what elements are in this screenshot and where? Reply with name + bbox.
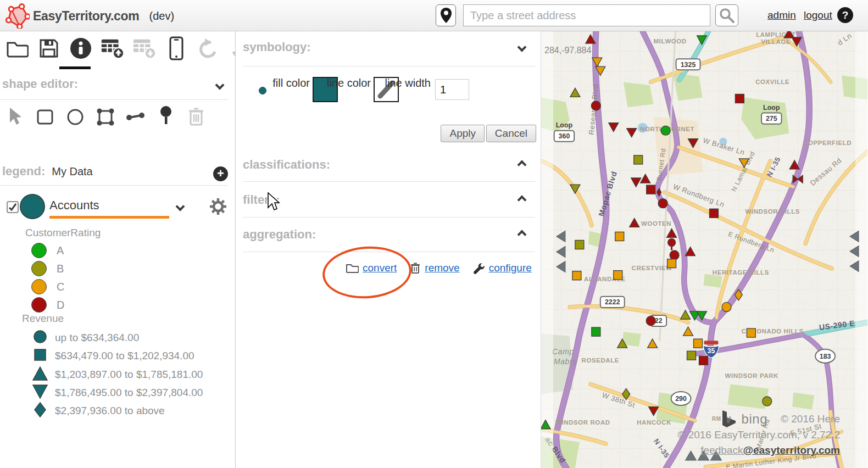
- revenue-range-label: $634,479.00 to $1,202,934.00: [55, 350, 194, 362]
- rating-item: D: [31, 297, 64, 313]
- feedback-label[interactable]: feedback: [700, 444, 743, 456]
- park-area: [624, 82, 654, 107]
- aggregation-actions: convert remove configu: [346, 262, 532, 274]
- layer-chevron-down-icon[interactable]: [176, 202, 185, 211]
- pin-tool-button[interactable]: [153, 103, 179, 130]
- delete-shape-button[interactable]: [183, 103, 209, 130]
- map-marker-ci[interactable]: [722, 302, 731, 311]
- route-shield-290: 290: [671, 392, 691, 405]
- select-tool-button[interactable]: [2, 103, 27, 130]
- layer-symbol: [20, 194, 45, 219]
- aggregation-chevron-up-icon[interactable]: [518, 230, 527, 239]
- feedback-link[interactable]: feedback@easyterritory.com: [700, 444, 840, 456]
- folder-icon: [5, 38, 29, 58]
- filters-chevron-up-icon[interactable]: [518, 196, 527, 205]
- logout-link[interactable]: logout: [804, 9, 832, 21]
- layer-name[interactable]: Accounts: [49, 198, 99, 213]
- map-label: COPPERFIELD: [803, 140, 852, 146]
- map-svg[interactable]: MILWOODLAMPLIGHTVILLAGEd LnCOXVILLECOPPE…: [541, 31, 867, 468]
- logo-icon: [4, 3, 30, 29]
- save-button[interactable]: [36, 36, 62, 61]
- open-folder-button[interactable]: [4, 36, 30, 61]
- export-table-button[interactable]: [132, 36, 157, 61]
- convert-link[interactable]: convert: [363, 262, 397, 274]
- help-button[interactable]: ?: [837, 7, 853, 23]
- bing-logo-icon: [722, 410, 736, 428]
- revenue-item: $2,397,936.00 to above: [32, 402, 165, 420]
- map-marker-sq[interactable]: [575, 240, 584, 249]
- mobile-view-button[interactable]: [164, 36, 189, 61]
- revenue-circle-symbol: [32, 328, 48, 347]
- rating-item: C: [31, 279, 64, 294]
- layer-settings-button[interactable]: [208, 196, 229, 219]
- rectangle-tool-button[interactable]: [32, 103, 58, 130]
- map-marker-sq[interactable]: [634, 155, 643, 164]
- legend-title: legend:: [2, 164, 45, 179]
- map-marker-sq[interactable]: [694, 339, 703, 348]
- line-width-input[interactable]: [435, 79, 469, 100]
- easyterritory-app: EasyTerritory.com (dev) admin logout ?: [0, 0, 868, 468]
- park-area: [792, 392, 814, 409]
- revenue-square-symbol: [32, 347, 48, 365]
- feedback-email[interactable]: @easyterritory.com: [743, 444, 840, 456]
- undo-button[interactable]: [196, 36, 221, 61]
- map-canvas[interactable]: MILWOODLAMPLIGHTVILLAGEd LnCOXVILLECOPPE…: [541, 31, 867, 468]
- layer-visibility-checkbox[interactable]: [7, 201, 19, 213]
- map-marker-ci[interactable]: [661, 126, 670, 135]
- pushpin-icon: [157, 104, 175, 129]
- map-marker-ci[interactable]: [670, 250, 679, 260]
- map-marker-sq[interactable]: [687, 351, 696, 360]
- map-marker-ci[interactable]: [591, 101, 600, 110]
- map-marker-ci[interactable]: [763, 397, 772, 406]
- map-marker-ci[interactable]: [658, 199, 667, 208]
- map-marker-pin[interactable]: [668, 238, 676, 246]
- cancel-button[interactable]: Cancel: [486, 125, 536, 142]
- map-edge-strip: [541, 31, 553, 468]
- configure-link[interactable]: configure: [489, 262, 532, 274]
- map-marker-sq[interactable]: [667, 259, 676, 268]
- map-marker-sq[interactable]: [699, 356, 708, 365]
- map-marker-sq[interactable]: [735, 94, 744, 103]
- map-label: WOOTEN: [641, 220, 671, 227]
- remove-action[interactable]: remove: [410, 262, 459, 274]
- svg-text:360: 360: [559, 132, 570, 140]
- line-tool-button[interactable]: [123, 103, 148, 130]
- classifications-chevron-up-icon[interactable]: [518, 160, 527, 170]
- rating-d-label: D: [57, 299, 64, 311]
- configure-action[interactable]: configure: [473, 262, 532, 274]
- address-search-input[interactable]: [463, 4, 710, 26]
- map-marker-sq[interactable]: [614, 271, 622, 280]
- import-table-button[interactable]: [100, 36, 125, 61]
- map-pin-icon: [439, 7, 453, 24]
- map-marker-sq[interactable]: [592, 327, 600, 336]
- trash-icon: [410, 262, 421, 274]
- locate-button[interactable]: [436, 4, 456, 26]
- info-button[interactable]: [68, 36, 93, 61]
- search-button[interactable]: [715, 4, 738, 26]
- map-marker-sq[interactable]: [647, 185, 655, 194]
- map-marker-sq[interactable]: [572, 271, 581, 280]
- shape-editor-chevron-down-icon[interactable]: [215, 81, 225, 90]
- map-marker-sq[interactable]: [747, 328, 755, 337]
- rating-a-label: A: [57, 244, 64, 257]
- convert-action[interactable]: convert: [346, 262, 397, 274]
- gear-icon: [208, 196, 229, 217]
- symbology-chevron-down-icon[interactable]: [518, 43, 527, 52]
- apply-button[interactable]: Apply: [441, 125, 485, 142]
- admin-link[interactable]: admin: [767, 9, 796, 21]
- map-marker-sq[interactable]: [615, 232, 624, 241]
- route-shield-1325: 1325: [676, 59, 700, 70]
- map-marker-ci[interactable]: [646, 316, 655, 325]
- map-marker-sq[interactable]: [709, 209, 718, 218]
- trash-icon: [186, 105, 206, 127]
- polygon-tool-button[interactable]: [93, 103, 118, 130]
- circle-tool-button[interactable]: [63, 103, 88, 130]
- revenue-range-label: up to $634,364.00: [55, 332, 139, 344]
- rating-d-symbol: [31, 297, 47, 313]
- revenue-label: Revenue: [22, 313, 64, 325]
- map-label: ROSEDALE: [582, 357, 620, 364]
- smartphone-icon: [169, 36, 184, 60]
- remove-link[interactable]: remove: [425, 262, 459, 274]
- rating-a-symbol: [31, 243, 47, 258]
- add-layer-button[interactable]: +: [213, 166, 228, 181]
